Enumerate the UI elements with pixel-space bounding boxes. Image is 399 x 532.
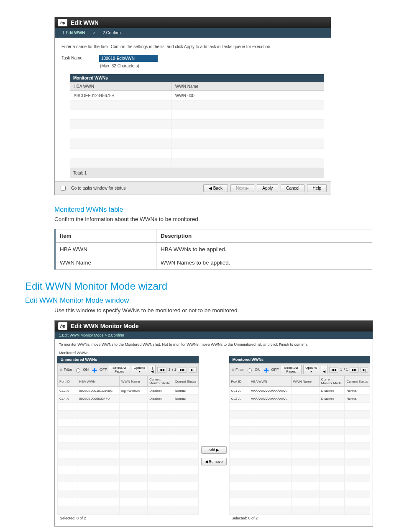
page-first-button[interactable]: |◀ bbox=[149, 365, 156, 374]
cell: AAAAAAAAAAAAAAAA bbox=[249, 387, 291, 395]
page-last-button[interactable]: ▶| bbox=[361, 367, 368, 373]
table-row bbox=[229, 498, 370, 506]
add-button[interactable]: Add ▶ bbox=[201, 446, 227, 454]
col-hba-wwn[interactable]: HBA WWN bbox=[249, 376, 291, 387]
table-row bbox=[229, 419, 370, 427]
table-row bbox=[229, 411, 370, 419]
wizard2-title: Edit WWN Monitor Mode bbox=[71, 323, 139, 329]
left-toolbar: ☆ Filter ON OFF Select All Pages Options… bbox=[57, 363, 199, 376]
table-row[interactable]: ABCDEF0123456789 WWN-000 bbox=[70, 91, 324, 100]
monitored-wwns-table: HBA WWN WWN Name ABCDEF0123456789 WWN-00… bbox=[70, 82, 324, 168]
edit-wwn-wizard: hp Edit WWN 1.Edit WWN > 2.Confirm Enter… bbox=[54, 17, 331, 195]
table-row bbox=[58, 482, 199, 490]
page-of: / 1 bbox=[172, 368, 176, 372]
remove-button[interactable]: ◀ Remove bbox=[201, 458, 227, 465]
apply-button[interactable]: Apply bbox=[257, 184, 278, 192]
table-row bbox=[58, 411, 199, 419]
cell: Disabled bbox=[319, 387, 345, 395]
table-row bbox=[58, 427, 199, 434]
page-num: 1 bbox=[168, 368, 170, 372]
page-last-button[interactable]: ▶| bbox=[189, 367, 196, 373]
col-monitor-mode[interactable]: Current Monitor Mode bbox=[148, 376, 173, 387]
cancel-button[interactable]: Cancel bbox=[281, 184, 304, 192]
page-prev-button[interactable]: ◀◀ bbox=[157, 367, 166, 373]
cell: 50060B0000003FF0 bbox=[77, 395, 120, 403]
page-num: 1 bbox=[340, 368, 342, 372]
col-hba-wwn[interactable]: HBA WWN bbox=[77, 376, 120, 387]
col-hba-wwn[interactable]: HBA WWN bbox=[70, 82, 172, 91]
cell: Normal bbox=[173, 395, 198, 403]
cell: AAAAAAAAAAAAAAAA bbox=[249, 395, 291, 403]
table-row bbox=[70, 120, 324, 129]
filter-off-radio[interactable] bbox=[264, 368, 269, 373]
cell bbox=[291, 395, 319, 403]
table-row bbox=[229, 474, 370, 482]
table-row[interactable]: CL2-A AAAAAAAAAAAAAAAA Disabled Normal bbox=[229, 395, 370, 403]
col-port-id[interactable]: Port ID bbox=[58, 376, 77, 387]
unmonitored-header: Unmonitored WWNs bbox=[57, 356, 199, 363]
table-row bbox=[70, 139, 324, 149]
table-row[interactable]: CL1-A AAAAAAAAAAAAAAAA Disabled Normal bbox=[229, 387, 370, 395]
filter-off-radio[interactable] bbox=[92, 368, 97, 373]
monitored-wwns-label: Monitored WWNs: bbox=[55, 350, 373, 356]
wizard-title-bar: hp Edit WWN bbox=[55, 17, 331, 28]
table-row bbox=[70, 149, 324, 158]
filter-on-radio[interactable] bbox=[76, 368, 80, 373]
task-name-input[interactable] bbox=[99, 55, 158, 62]
cell: CL1-A bbox=[229, 387, 249, 395]
on-label: ON bbox=[83, 368, 89, 372]
filter-label[interactable]: ☆ Filter bbox=[59, 368, 72, 372]
options-button[interactable]: Options ▾ bbox=[303, 365, 319, 374]
col-monitor-mode[interactable]: Current Monitor Mode bbox=[319, 376, 345, 387]
wizard2-title-bar: hp Edit WWN Monitor Mode bbox=[55, 321, 373, 332]
tab-confirm[interactable]: 2.Confirm bbox=[95, 28, 128, 38]
subheading-edit-wwn-monitor-mode-window: Edit WWN Monitor Mode window bbox=[25, 296, 374, 305]
desc-item: HBA WWN bbox=[55, 243, 156, 256]
col-wwn-name[interactable]: WWN Name bbox=[291, 376, 319, 387]
monitored-header: Monitored WWNs bbox=[229, 356, 371, 363]
help-button[interactable]: Help bbox=[307, 184, 327, 192]
select-all-pages-button[interactable]: Select All Pages bbox=[281, 365, 302, 374]
desc-text: WWN Names to be applied. bbox=[156, 256, 372, 270]
col-status[interactable]: Current Status bbox=[173, 376, 198, 387]
back-button[interactable]: ◀ Back bbox=[203, 184, 228, 192]
heading-edit-wwn-monitor-mode-wizard: Edit WWN Monitor Mode wizard bbox=[25, 280, 374, 292]
page-next-button[interactable]: ▶▶ bbox=[178, 367, 187, 373]
table-row bbox=[229, 450, 370, 458]
table-row bbox=[229, 458, 370, 466]
col-status[interactable]: Current Status bbox=[345, 376, 370, 387]
filter-label[interactable]: ☆ Filter bbox=[231, 368, 244, 372]
tab-edit-wwn[interactable]: 1.Edit WWN bbox=[55, 28, 92, 38]
select-all-pages-button[interactable]: Select All Pages bbox=[109, 365, 130, 374]
right-toolbar: ☆ Filter ON OFF Select All Pages Options… bbox=[229, 363, 371, 376]
goto-tasks-checkbox[interactable] bbox=[61, 186, 66, 191]
table-row[interactable]: CL4-A 50060B0000003FF0 Disabled Normal bbox=[58, 395, 199, 403]
hp-logo-icon: hp bbox=[58, 322, 67, 330]
wizard2-instructions: To monitor WWNs, move WWNs to the Monito… bbox=[55, 339, 373, 350]
col-wwn-name[interactable]: WWN Name bbox=[171, 82, 324, 91]
task-name-note: (Max. 32 Characters) bbox=[100, 64, 324, 68]
page-first-button[interactable]: |◀ bbox=[321, 365, 327, 374]
table-row bbox=[58, 458, 199, 466]
table-row[interactable]: CL2-A 50060B000101C84BC loginWwn2A Disab… bbox=[58, 387, 199, 395]
cell-hba: ABCDEF0123456789 bbox=[70, 91, 172, 100]
cell: Normal bbox=[345, 387, 370, 395]
cell: CL2-A bbox=[58, 387, 77, 395]
page-prev-button[interactable]: ◀◀ bbox=[329, 367, 338, 373]
filter-on-radio[interactable] bbox=[248, 368, 252, 373]
right-selected-count: Selected: 0 of 2 bbox=[229, 514, 371, 522]
col-port-id[interactable]: Port ID bbox=[229, 376, 249, 387]
wizard-title: Edit WWN bbox=[71, 19, 99, 26]
cell bbox=[120, 395, 148, 403]
table-row: HBA WWN HBA WWNs to be applied. bbox=[55, 243, 372, 256]
options-button[interactable]: Options ▾ bbox=[132, 365, 148, 374]
col-wwn-name[interactable]: WWN Name bbox=[120, 376, 148, 387]
cell: Disabled bbox=[148, 395, 173, 403]
table-row bbox=[229, 466, 370, 474]
next-button[interactable]: Next ▶ bbox=[230, 184, 254, 192]
monitored-table: Port ID HBA WWN WWN Name Current Monitor… bbox=[229, 376, 371, 514]
desc-item: WWN Name bbox=[55, 256, 156, 270]
table-row bbox=[229, 442, 370, 450]
page-next-button[interactable]: ▶▶ bbox=[350, 367, 359, 373]
table-row: WWN Name WWN Names to be applied. bbox=[55, 256, 372, 270]
